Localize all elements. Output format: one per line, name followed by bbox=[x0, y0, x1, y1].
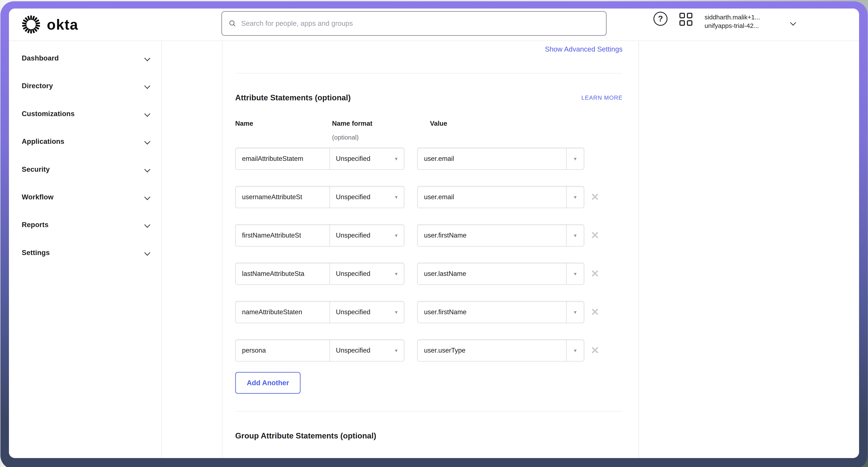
help-icon[interactable]: ? bbox=[653, 12, 668, 26]
panel-border-left bbox=[222, 41, 222, 458]
attribute-value-group: ▼ bbox=[417, 186, 584, 208]
name-format-select[interactable]: Unspecified ▼ bbox=[330, 148, 404, 169]
chevron-down-icon bbox=[144, 166, 150, 172]
attribute-value-group: ▼ bbox=[417, 148, 584, 170]
okta-logo[interactable]: okta bbox=[21, 11, 78, 38]
dropdown-arrow-icon: ▼ bbox=[573, 233, 578, 238]
account-menu[interactable]: siddharth.malik+1... unifyapps-trial-42.… bbox=[705, 13, 785, 30]
account-user: siddharth.malik+1... bbox=[705, 13, 785, 22]
dropdown-arrow-icon: ▼ bbox=[394, 195, 399, 199]
attribute-value-group: ▼ bbox=[417, 340, 584, 361]
column-note-optional: (optional) bbox=[332, 134, 359, 141]
attribute-value-group: ▼ bbox=[417, 263, 584, 285]
sidebar-item-workflow[interactable]: Workflow bbox=[22, 190, 149, 204]
value-dropdown-button[interactable]: ▼ bbox=[567, 225, 584, 246]
attribute-name-input[interactable] bbox=[236, 148, 330, 169]
attribute-value-group: ▼ bbox=[417, 224, 584, 246]
dropdown-arrow-icon: ▼ bbox=[394, 348, 399, 353]
attribute-row: Unspecified ▼ ▼ ✕ bbox=[235, 186, 623, 208]
dropdown-arrow-icon: ▼ bbox=[573, 272, 578, 276]
dropdown-arrow-icon: ▼ bbox=[573, 156, 578, 161]
dropdown-arrow-icon: ▼ bbox=[394, 233, 399, 238]
attribute-name-input[interactable] bbox=[236, 263, 330, 285]
column-header-name: Name bbox=[235, 120, 253, 127]
panel-border-right bbox=[639, 41, 639, 458]
dropdown-arrow-icon: ▼ bbox=[573, 195, 578, 199]
chevron-down-icon bbox=[144, 55, 150, 61]
dropdown-arrow-icon: ▼ bbox=[394, 310, 399, 315]
sidebar-item-settings[interactable]: Settings bbox=[22, 246, 149, 260]
value-dropdown-button[interactable]: ▼ bbox=[567, 340, 584, 361]
value-dropdown-button[interactable]: ▼ bbox=[567, 148, 584, 169]
sidebar-item-security[interactable]: Security bbox=[22, 162, 149, 176]
section-divider bbox=[236, 411, 623, 412]
chevron-down-icon bbox=[144, 139, 150, 144]
dropdown-arrow-icon: ▼ bbox=[573, 348, 578, 353]
attribute-name-input[interactable] bbox=[236, 301, 330, 323]
okta-admin-window: okta ? siddharth.malik+1... unifyapps-tr… bbox=[9, 8, 859, 458]
chevron-down-icon[interactable] bbox=[790, 20, 796, 26]
apps-grid-icon[interactable] bbox=[679, 13, 692, 26]
add-another-button[interactable]: Add Another bbox=[235, 372, 301, 394]
attribute-name-input[interactable] bbox=[236, 186, 330, 208]
chevron-down-icon bbox=[144, 83, 150, 89]
dropdown-arrow-icon: ▼ bbox=[394, 272, 399, 276]
name-format-select[interactable]: Unspecified ▼ bbox=[330, 263, 404, 285]
value-dropdown-button[interactable]: ▼ bbox=[567, 186, 584, 208]
remove-icon[interactable]: ✕ bbox=[591, 192, 599, 202]
search-input[interactable] bbox=[241, 19, 599, 28]
name-format-group: Unspecified ▼ bbox=[235, 186, 404, 208]
value-dropdown-button[interactable]: ▼ bbox=[567, 263, 584, 285]
name-format-group: Unspecified ▼ bbox=[235, 148, 404, 170]
group-attribute-statements-title: Group Attribute Statements (optional) bbox=[235, 431, 376, 440]
chevron-down-icon bbox=[144, 222, 150, 228]
attribute-value-input[interactable] bbox=[417, 225, 567, 246]
name-format-group: Unspecified ▼ bbox=[235, 301, 404, 323]
remove-icon[interactable]: ✕ bbox=[591, 269, 599, 279]
name-format-select[interactable]: Unspecified ▼ bbox=[330, 186, 404, 208]
name-format-select[interactable]: Unspecified ▼ bbox=[330, 225, 404, 246]
show-advanced-settings-link[interactable]: Show Advanced Settings bbox=[235, 45, 623, 53]
attribute-value-input[interactable] bbox=[417, 148, 567, 169]
sidebar-item-applications[interactable]: Applications bbox=[22, 135, 149, 148]
attribute-value-input[interactable] bbox=[417, 340, 567, 361]
attribute-row: Unspecified ▼ ▼ ✕ bbox=[235, 263, 623, 285]
chevron-down-icon bbox=[144, 250, 150, 256]
top-bar: okta ? siddharth.malik+1... unifyapps-tr… bbox=[9, 8, 859, 40]
search-icon bbox=[228, 19, 237, 28]
attribute-row: Unspecified ▼ ▼ ✕ bbox=[235, 301, 623, 323]
value-dropdown-button[interactable]: ▼ bbox=[567, 301, 584, 323]
name-format-select[interactable]: Unspecified ▼ bbox=[330, 340, 404, 361]
remove-icon[interactable]: ✕ bbox=[591, 230, 599, 240]
attribute-row: Unspecified ▼ ▼ bbox=[235, 148, 623, 170]
sidebar-item-directory[interactable]: Directory bbox=[22, 79, 149, 93]
okta-wordmark: okta bbox=[47, 16, 78, 33]
attribute-row: Unspecified ▼ ▼ ✕ bbox=[235, 224, 623, 246]
name-format-select[interactable]: Unspecified ▼ bbox=[330, 301, 404, 323]
sidebar-item-customizations[interactable]: Customizations bbox=[22, 107, 149, 121]
dropdown-arrow-icon: ▼ bbox=[573, 310, 578, 315]
name-format-group: Unspecified ▼ bbox=[235, 340, 404, 361]
attribute-name-input[interactable] bbox=[236, 225, 330, 246]
attribute-value-input[interactable] bbox=[417, 263, 567, 285]
sidebar-item-dashboard[interactable]: Dashboard bbox=[22, 51, 149, 65]
learn-more-link[interactable]: LEARN MORE bbox=[235, 95, 623, 101]
remove-icon[interactable]: ✕ bbox=[591, 307, 599, 317]
chevron-down-icon bbox=[144, 194, 150, 200]
sidebar-item-reports[interactable]: Reports bbox=[22, 218, 149, 232]
attribute-name-input[interactable] bbox=[236, 340, 330, 361]
global-search bbox=[221, 11, 607, 36]
remove-icon[interactable]: ✕ bbox=[591, 345, 599, 356]
attribute-row: Unspecified ▼ ▼ ✕ bbox=[235, 340, 623, 361]
name-format-group: Unspecified ▼ bbox=[235, 224, 404, 246]
section-divider bbox=[236, 73, 623, 74]
chevron-down-icon bbox=[144, 111, 150, 117]
sidebar-border bbox=[161, 41, 162, 458]
account-org: unifyapps-trial-42... bbox=[705, 22, 785, 30]
okta-starburst-icon bbox=[21, 14, 41, 35]
attribute-value-input[interactable] bbox=[417, 186, 567, 208]
sidebar-nav: Dashboard Directory Customizations Appli… bbox=[9, 41, 161, 458]
attribute-value-input[interactable] bbox=[417, 301, 567, 323]
dropdown-arrow-icon: ▼ bbox=[394, 156, 399, 161]
column-header-format: Name format bbox=[332, 120, 372, 127]
